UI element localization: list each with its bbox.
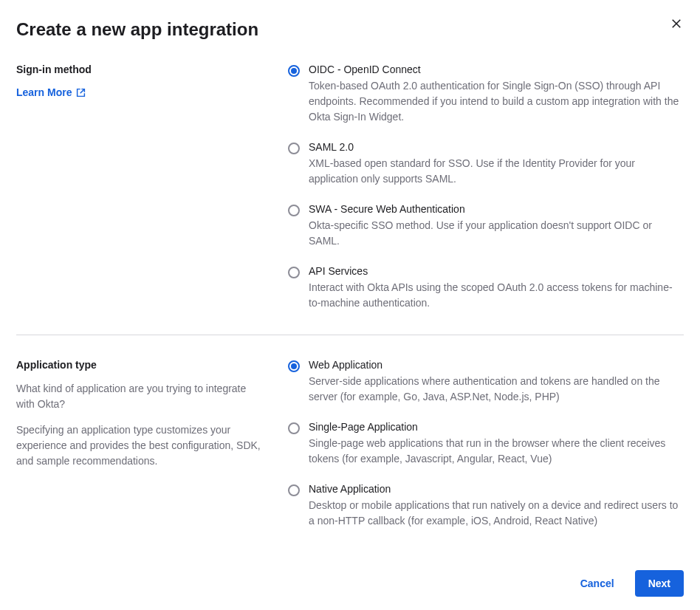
application-type-label: Application type [16, 359, 267, 371]
radio-desc: Interact with Okta APIs using the scoped… [309, 280, 684, 311]
svg-line-2 [80, 89, 85, 93]
learn-more-text: Learn More [16, 86, 72, 98]
radio-indicator [288, 360, 300, 372]
radio-indicator [288, 143, 300, 154]
radio-indicator [288, 484, 300, 496]
radio-desc: XML-based open standard for SSO. Use if … [309, 156, 684, 187]
next-button[interactable]: Next [635, 570, 684, 597]
radio-title: Web Application [309, 359, 684, 371]
radio-indicator [288, 267, 300, 278]
section-signin-method: Sign-in method Learn More OIDC - OpenID … [16, 64, 684, 335]
radio-indicator [288, 65, 300, 77]
close-button[interactable] [669, 16, 684, 31]
radio-option-swa[interactable]: SWA - Secure Web Authentication Okta-spe… [288, 203, 684, 249]
radio-title: API Services [309, 265, 684, 277]
radio-option-oidc[interactable]: OIDC - OpenID Connect Token-based OAuth … [288, 64, 684, 125]
radio-desc: Desktop or mobile applications that run … [309, 498, 684, 529]
radio-desc: Server-side applications where authentic… [309, 374, 684, 405]
signin-method-label: Sign-in method [16, 64, 267, 75]
radio-desc: Single-page web applications that run in… [309, 436, 684, 467]
radio-title: Single-Page Application [309, 421, 684, 433]
radio-option-spa[interactable]: Single-Page Application Single-page web … [288, 421, 684, 467]
close-icon [671, 18, 682, 29]
section-application-type: Application type What kind of applicatio… [16, 335, 684, 552]
radio-desc: Token-based OAuth 2.0 authentication for… [309, 78, 684, 125]
radio-title: SAML 2.0 [309, 141, 684, 153]
cancel-button[interactable]: Cancel [567, 570, 628, 597]
dialog-footer: Cancel Next [567, 570, 684, 597]
radio-title: Native Application [309, 483, 684, 495]
application-type-helper-2: Specifying an application type customize… [16, 422, 267, 469]
dialog-title: Create a new app integration [16, 19, 684, 40]
radio-desc: Okta-specific SSO method. Use if your ap… [309, 218, 684, 249]
signin-options: OIDC - OpenID Connect Token-based OAuth … [288, 64, 684, 311]
learn-more-link[interactable]: Learn More [16, 86, 86, 98]
radio-option-native[interactable]: Native Application Desktop or mobile app… [288, 483, 684, 529]
radio-indicator [288, 422, 300, 434]
radio-indicator [288, 205, 300, 216]
radio-title: SWA - Secure Web Authentication [309, 203, 684, 215]
application-type-helper-1: What kind of application are you trying … [16, 381, 267, 412]
radio-option-api-services[interactable]: API Services Interact with Okta APIs usi… [288, 265, 684, 311]
apptype-options: Web Application Server-side applications… [288, 359, 684, 529]
radio-title: OIDC - OpenID Connect [309, 64, 684, 75]
radio-option-saml[interactable]: SAML 2.0 XML-based open standard for SSO… [288, 141, 684, 187]
external-link-icon [76, 88, 86, 97]
radio-option-web-application[interactable]: Web Application Server-side applications… [288, 359, 684, 405]
